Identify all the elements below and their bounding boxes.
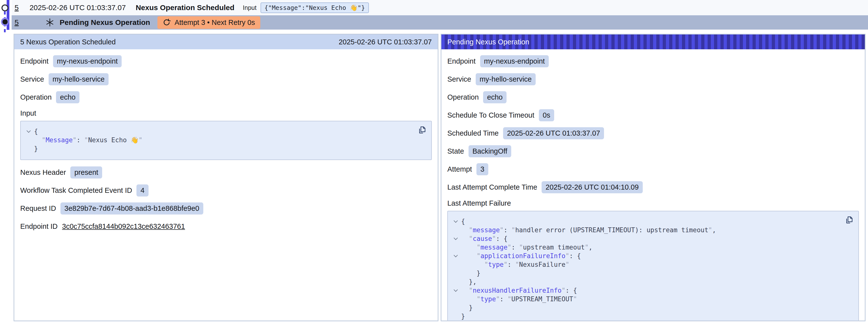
collapse-chevron-icon[interactable]: [450, 237, 461, 240]
collapse-chevron-icon[interactable]: [450, 254, 461, 258]
collapse-chevron-icon[interactable]: [450, 289, 461, 292]
json-line: "cause": {: [450, 234, 841, 243]
json-line: "Message": "Nexus Echo 👋": [23, 136, 414, 144]
event-title: Nexus Operation Scheduled: [136, 3, 235, 12]
json-line-text: }: [461, 312, 465, 321]
event-id-link[interactable]: 5: [14, 18, 19, 27]
field-row: Endpointmy-nexus-endpoint: [20, 55, 432, 67]
field-label: Scheduled Time: [447, 129, 499, 137]
field-value-chip: 3: [476, 163, 488, 175]
field-label: Service: [20, 75, 44, 83]
field-value-chip: present: [70, 166, 102, 179]
json-line: "applicationFailureInfo": {: [450, 252, 841, 260]
json-line-text: {: [461, 217, 465, 226]
field-value-chip: BackingOff: [469, 145, 511, 157]
field-row: Scheduled Time2025-02-26 UTC 01:03:37.07: [447, 127, 859, 139]
field-row: Attempt3: [447, 163, 859, 175]
event-timestamp: 2025-02-26 UTC 01:03:37.07: [30, 3, 126, 12]
json-line-text: "cause": {: [461, 234, 507, 243]
json-line-text: "Message": "Nexus Echo 👋": [34, 136, 142, 144]
fields-bottom: Nexus HeaderpresentWorkflow Task Complet…: [20, 166, 432, 232]
field-value-chip: my-nexus-endpoint: [53, 55, 122, 67]
json-line: "message": "handler error (UPSTREAM_TIME…: [450, 226, 841, 234]
input-label: Input: [243, 4, 257, 11]
fields-top: Endpointmy-nexus-endpointServicemy-hello…: [20, 55, 432, 103]
event-row[interactable]: 5 2025-02-26 UTC 01:03:37.07 Nexus Opera…: [11, 0, 868, 15]
field-value-chip: my-hello-service: [49, 73, 108, 85]
collapse-chevron-icon[interactable]: [23, 130, 34, 133]
field-label: Endpoint: [20, 57, 49, 65]
card-title: 5 Nexus Operation Scheduled: [20, 38, 116, 46]
field-value-chip: 2025-02-26 UTC 01:04:10.09: [541, 181, 643, 193]
field-label: Operation: [20, 93, 52, 101]
event-detail-card-header: 5 Nexus Operation Scheduled 2025-02-26 U…: [14, 34, 438, 49]
json-line-text: "applicationFailureInfo": {: [461, 252, 581, 260]
json-line: "type": "NexusFailure": [450, 260, 841, 269]
field-label: Workflow Task Completed Event ID: [20, 186, 132, 195]
json-viewer: { "message": "handler error (UPSTREAM_TI…: [447, 211, 859, 321]
field-row: Servicemy-hello-service: [20, 73, 432, 85]
field-label: Operation: [447, 93, 479, 101]
field-row: Servicemy-hello-service: [447, 73, 859, 85]
pending-operation-card-header: Pending Nexus Operation: [441, 34, 865, 49]
json-line-text: }: [34, 144, 38, 153]
field-label: Schedule To Close Timeout: [447, 111, 534, 119]
json-line-text: "nexusHandlerFailureInfo": {: [461, 286, 577, 295]
field-label: Attempt: [447, 165, 472, 173]
field-row: Request ID3e829b7e-7d67-4b08-aad3-b1e868…: [20, 202, 432, 215]
field-row: StateBackingOff: [447, 145, 859, 157]
field-value-chip: my-hello-service: [476, 73, 536, 85]
pending-operation-card-body: Endpointmy-nexus-endpointServicemy-hello…: [441, 49, 865, 321]
failure-block-label: Last Attempt Failure: [447, 199, 859, 207]
field-value-chip: 4: [136, 185, 148, 196]
field-value-chip: echo: [483, 91, 506, 103]
pending-title: Pending Nexus Operation: [60, 18, 150, 27]
field-label: Request ID: [20, 204, 56, 213]
json-line-text: }: [461, 303, 473, 312]
field-value-chip: 3e829b7e-7d67-4b08-aad3-b1e868bfe9e0: [60, 202, 203, 215]
event-id-link[interactable]: 5: [14, 3, 19, 12]
json-line: }: [450, 303, 841, 312]
field-row: Schedule To Close Timeout0s: [447, 109, 859, 121]
copy-button[interactable]: [844, 215, 854, 225]
json-line: "type": "UPSTREAM_TIMEOUT": [450, 295, 841, 303]
endpoint-id-link[interactable]: 3c0c75ccfa8144b092c13ce632463761: [62, 222, 185, 230]
collapse-chevron-icon[interactable]: [450, 220, 461, 223]
field-label: State: [447, 147, 464, 155]
json-line: "nexusHandlerFailureInfo": {: [450, 286, 841, 295]
event-detail-card: 5 Nexus Operation Scheduled 2025-02-26 U…: [13, 34, 438, 321]
retry-badge: Attempt 3 • Next Retry 0s: [157, 16, 260, 29]
timeline-event-marker-open[interactable]: [1, 4, 8, 11]
field-row: Workflow Task Completed Event ID4: [20, 185, 432, 196]
json-line-text: },: [461, 278, 477, 286]
fields-top: Endpointmy-nexus-endpointServicemy-hello…: [447, 55, 859, 193]
timeline-event-marker-current[interactable]: [2, 19, 8, 24]
json-line-text: "message": "handler error (UPSTREAM_TIME…: [461, 226, 716, 234]
retry-icon: [163, 19, 171, 26]
json-line-text: }: [461, 269, 480, 278]
json-line: {: [450, 217, 841, 226]
json-line-text: "type": "UPSTREAM_TIMEOUT": [461, 295, 577, 303]
card-timestamp: 2025-02-26 UTC 01:03:37.07: [339, 38, 432, 46]
json-line: },: [450, 278, 841, 286]
json-line-text: {: [34, 127, 38, 136]
json-line: }: [23, 144, 414, 153]
field-value-chip: my-nexus-endpoint: [480, 55, 549, 67]
input-block-label: Input: [20, 109, 432, 117]
retry-badge-label: Attempt 3 • Next Retry 0s: [175, 19, 255, 27]
field-label: Nexus Header: [20, 168, 66, 176]
json-line: {: [23, 127, 414, 136]
timeline-active-bar: [7, 0, 9, 30]
field-row: Operationecho: [447, 91, 859, 103]
json-viewer: { "Message": "Nexus Echo 👋"}: [20, 121, 432, 160]
field-label: Endpoint: [447, 57, 476, 65]
field-row: Operationecho: [20, 91, 432, 103]
copy-button[interactable]: [417, 125, 427, 135]
json-line: }: [450, 269, 841, 278]
field-value-chip: echo: [56, 91, 80, 103]
field-row: Endpointmy-nexus-endpoint: [447, 55, 859, 67]
pending-asterisk-icon: [45, 18, 54, 27]
json-line: }: [450, 312, 841, 321]
field-row: Last Attempt Complete Time2025-02-26 UTC…: [447, 181, 859, 193]
pending-event-row[interactable]: 5 Pending Nexus Operation Attempt 3 • Ne…: [11, 15, 868, 30]
